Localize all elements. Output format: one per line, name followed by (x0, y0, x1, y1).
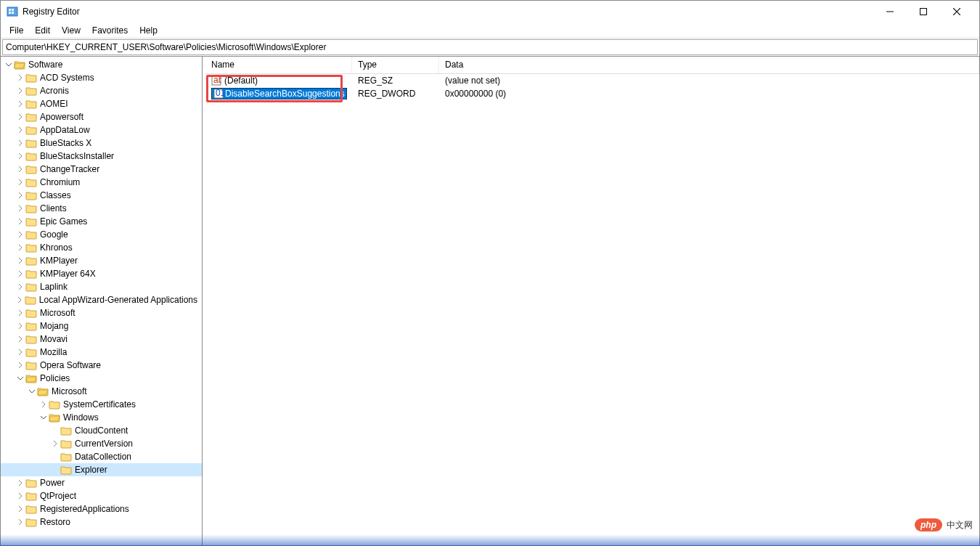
tree-item-microsoft[interactable]: Microsoft (1, 385, 202, 398)
tree-toggle-icon[interactable] (15, 308, 25, 318)
address-bar[interactable]: Computer\HKEY_CURRENT_USER\Software\Poli… (2, 39, 978, 55)
tree-label: AOMEI (40, 99, 73, 109)
menu-view[interactable]: View (56, 24, 86, 37)
tree-toggle-icon[interactable] (27, 386, 37, 396)
close-button[interactable] (940, 1, 973, 23)
tree-toggle-icon[interactable] (15, 269, 25, 279)
tree-toggle-icon[interactable] (15, 504, 25, 514)
folder-icon (49, 399, 60, 410)
tree-toggle-icon[interactable] (15, 321, 25, 331)
tree-toggle-icon[interactable] (38, 399, 49, 410)
tree-item-clients[interactable]: Clients (1, 202, 202, 215)
tree-item-mozilla[interactable]: Mozilla (1, 346, 202, 359)
tree-toggle-icon[interactable] (15, 151, 25, 161)
tree-toggle-icon[interactable] (15, 491, 25, 501)
app-icon (7, 6, 18, 17)
tree-item-aomei[interactable]: AOMEI (1, 97, 202, 110)
tree-item-bluestacks-x[interactable]: BlueStacks X (1, 136, 202, 150)
tree-item-software[interactable]: Software (1, 58, 202, 71)
tree-toggle-icon[interactable] (15, 334, 25, 344)
tree-toggle-icon[interactable] (15, 282, 25, 292)
tree-item-bluestacksinstaller[interactable]: BlueStacksInstaller (1, 150, 202, 163)
tree-toggle-icon[interactable] (15, 295, 25, 305)
tree-item-cloudcontent[interactable]: CloudContent (1, 424, 202, 437)
tree-toggle-icon[interactable] (15, 99, 25, 109)
tree-toggle-icon[interactable] (38, 412, 49, 423)
tree-toggle-icon[interactable] (50, 439, 60, 449)
watermark-text: 中文网 (947, 519, 973, 531)
tree-label: Classes (40, 190, 75, 200)
tree-item-registeredapplications[interactable]: RegisteredApplications (1, 502, 202, 516)
tree-item-opera-software[interactable]: Opera Software (1, 359, 202, 372)
tree-item-policies[interactable]: Policies (1, 372, 202, 385)
tree-toggle-icon[interactable] (15, 86, 25, 96)
folder-icon (25, 373, 37, 383)
value-row[interactable]: 011DisableSearchBoxSuggestionsREG_DWORD0… (205, 87, 979, 100)
tree-toggle-icon[interactable] (15, 216, 25, 227)
tree-toggle-icon[interactable] (15, 112, 25, 122)
tree-toggle-icon[interactable] (15, 164, 25, 174)
tree-item-google[interactable]: Google (1, 228, 202, 241)
column-data[interactable]: Data (439, 57, 979, 73)
tree-toggle-icon[interactable] (15, 190, 25, 200)
address-text[interactable]: Computer\HKEY_CURRENT_USER\Software\Poli… (6, 42, 326, 52)
tree-item-restoro[interactable]: Restoro (1, 516, 202, 529)
tree-item-khronos[interactable]: Khronos (1, 241, 202, 254)
folder-icon (25, 112, 37, 122)
tree-item-local-appwizard-generated-applications[interactable]: Local AppWizard-Generated Applications (1, 293, 202, 306)
tree-toggle-icon[interactable] (15, 517, 25, 527)
tree-toggle-icon[interactable] (15, 203, 25, 213)
tree-toggle-icon[interactable] (15, 177, 25, 187)
tree-item-acd-systems[interactable]: ACD Systems (1, 71, 202, 84)
tree-item-movavi[interactable]: Movavi (1, 333, 202, 346)
tree-item-acronis[interactable]: Acronis (1, 84, 202, 97)
tree-toggle-icon[interactable] (15, 125, 25, 135)
tree-item-microsoft[interactable]: Microsoft (1, 306, 202, 319)
column-name[interactable]: Name (205, 57, 352, 73)
folder-icon (60, 439, 72, 449)
tree-item-windows[interactable]: Windows (1, 411, 202, 424)
column-type[interactable]: Type (352, 57, 439, 73)
tree-toggle-icon[interactable] (15, 229, 25, 240)
tree-toggle-icon[interactable] (15, 360, 25, 370)
svg-text:ab: ab (213, 76, 221, 85)
tree-toggle-icon[interactable] (15, 73, 25, 83)
tree-label: Policies (40, 373, 74, 383)
tree-toggle-icon[interactable] (15, 478, 25, 488)
minimize-button[interactable] (873, 1, 907, 23)
tree-item-chromium[interactable]: Chromium (1, 176, 202, 189)
tree-toggle-icon[interactable] (4, 60, 14, 70)
menu-help[interactable]: Help (134, 24, 163, 37)
titlebar[interactable]: Registry Editor (1, 1, 979, 23)
tree-item-datacollection[interactable]: DataCollection (1, 450, 202, 463)
tree-item-currentversion[interactable]: CurrentVersion (1, 437, 202, 450)
svg-rect-1 (9, 9, 11, 11)
tree-toggle-icon[interactable] (15, 373, 25, 383)
tree-label: Khronos (40, 243, 77, 253)
value-row[interactable]: ab(Default)REG_SZ(value not set) (205, 74, 979, 87)
tree-item-qtproject[interactable]: QtProject (1, 489, 202, 502)
values-list[interactable]: ab(Default)REG_SZ(value not set)011Disab… (205, 74, 979, 545)
tree-pane[interactable]: SoftwareACD SystemsAcronisAOMEIApowersof… (1, 57, 203, 545)
tree-item-kmplayer[interactable]: KMPlayer (1, 254, 202, 267)
tree-item-mojang[interactable]: Mojang (1, 319, 202, 333)
maximize-button[interactable] (907, 1, 940, 23)
tree-item-systemcertificates[interactable]: SystemCertificates (1, 398, 202, 411)
menu-favorites[interactable]: Favorites (86, 24, 134, 37)
tree-toggle-icon[interactable] (15, 243, 25, 253)
tree-item-explorer[interactable]: Explorer (1, 463, 202, 476)
tree-toggle-icon[interactable] (15, 138, 25, 148)
tree-item-epic-games[interactable]: Epic Games (1, 215, 202, 228)
tree-item-classes[interactable]: Classes (1, 189, 202, 202)
menu-file[interactable]: File (4, 24, 29, 37)
tree-item-laplink[interactable]: Laplink (1, 280, 202, 293)
tree-toggle-icon[interactable] (15, 256, 25, 266)
menu-edit[interactable]: Edit (29, 24, 56, 37)
tree-item-apowersoft[interactable]: Apowersoft (1, 110, 202, 123)
tree-item-changetracker[interactable]: ChangeTracker (1, 163, 202, 176)
value-name-editbox[interactable]: 011DisableSearchBoxSuggestions (211, 88, 347, 99)
tree-item-power[interactable]: Power (1, 476, 202, 489)
tree-item-kmplayer-64x[interactable]: KMPlayer 64X (1, 267, 202, 280)
tree-item-appdatalow[interactable]: AppDataLow (1, 123, 202, 136)
tree-toggle-icon[interactable] (15, 347, 25, 357)
